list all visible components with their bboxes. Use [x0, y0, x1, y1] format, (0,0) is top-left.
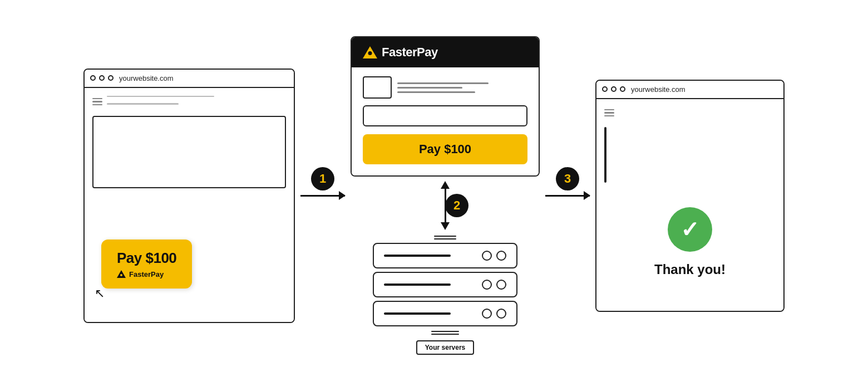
arrow2-container: 2: [441, 181, 450, 230]
step3-badge: 3: [556, 167, 579, 190]
server-circle-2a: [482, 280, 492, 290]
server-circles-2: [482, 280, 506, 290]
left-browser: yourwebsite.com Pay $100: [83, 69, 295, 323]
right-content-box: [604, 127, 606, 183]
arrow1-line: [300, 195, 345, 197]
server-circle-2b: [496, 280, 506, 290]
server-circles-1: [482, 251, 506, 261]
rdot1: [602, 86, 608, 92]
server-box-1: [373, 243, 517, 268]
fasterpay-modal: FasterPay Pay $100: [351, 36, 540, 177]
left-browser-bar: yourwebsite.com: [85, 70, 294, 88]
server-circle-1b: [496, 251, 506, 261]
server-base-top: [434, 236, 456, 240]
nav-lines: [92, 96, 286, 108]
arrow3-container: 3: [540, 195, 595, 197]
check-circle: ✓: [668, 207, 712, 252]
server-line-1: [384, 255, 451, 257]
fasterpay-triangle-logo: [363, 46, 377, 58]
pay-brand: FasterPay: [117, 270, 164, 278]
fp-pay-button[interactable]: Pay $100: [363, 134, 527, 164]
diagram: yourwebsite.com Pay $100: [28, 36, 840, 355]
right-browser-content: ✓ Thank you!: [596, 99, 783, 311]
server-circle-3b: [496, 309, 506, 319]
fp-body: Pay $100: [352, 67, 539, 175]
fp-input[interactable]: [363, 105, 527, 126]
thank-you-text: Thank you!: [654, 262, 726, 277]
fp-header: FasterPay: [352, 37, 539, 67]
right-browser: yourwebsite.com ✓: [595, 80, 785, 312]
left-browser-url: yourwebsite.com: [119, 74, 174, 82]
server-circles-3: [482, 309, 506, 319]
arrow1-container: 1: [295, 195, 351, 197]
rdot3: [620, 86, 625, 92]
pay-amount: Pay $100: [117, 250, 176, 267]
server-circle-3a: [482, 309, 492, 319]
fp-logo: FasterPay: [363, 45, 438, 60]
pay-button-widget[interactable]: Pay $100 FasterPay: [101, 240, 192, 289]
arrow-down-head: [441, 222, 450, 230]
server-line-3: [384, 312, 451, 315]
rdot2: [611, 86, 617, 92]
dot1: [90, 75, 96, 81]
server-box-3: [373, 301, 517, 326]
server-box-2: [373, 272, 517, 297]
arrow3-line: [545, 195, 590, 197]
checkmark-icon: ✓: [680, 218, 699, 241]
right-hamburger-icon: [604, 109, 614, 117]
servers-label: Your servers: [416, 340, 475, 355]
thank-you-area: ✓ Thank you!: [604, 207, 776, 277]
server-circle-1a: [482, 251, 492, 261]
right-nav-lines: [604, 107, 619, 119]
fp-card-row: [363, 76, 527, 99]
hamburger-icon: [92, 98, 102, 106]
cursor-icon: ↖: [95, 286, 105, 301]
servers-container: Your servers: [373, 234, 517, 355]
fp-card-lines: [397, 82, 527, 93]
dot3: [108, 75, 114, 81]
fasterpay-logo-small: [117, 270, 126, 278]
server-line-2: [384, 284, 451, 286]
arrow-up-head: [441, 181, 450, 189]
step1-badge: 1: [311, 167, 334, 190]
step2-badge: 2: [445, 194, 468, 217]
middle-column: FasterPay Pay $100: [351, 36, 540, 355]
fp-card-image: [363, 76, 392, 99]
left-content-box: [92, 116, 286, 188]
left-browser-content: Pay $100 FasterPay ↖: [85, 88, 294, 322]
fp-brand-name: FasterPay: [382, 45, 438, 60]
right-browser-url: yourwebsite.com: [631, 85, 685, 94]
dot2: [99, 75, 105, 81]
right-browser-bar: yourwebsite.com: [596, 81, 783, 99]
